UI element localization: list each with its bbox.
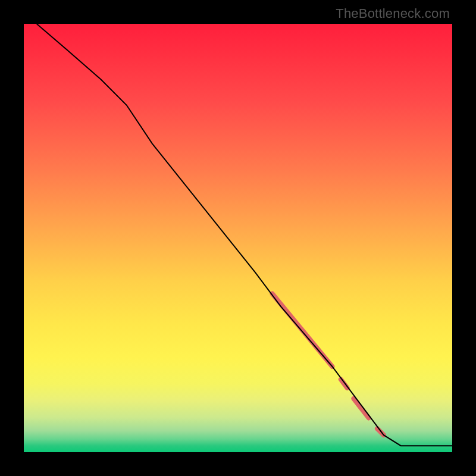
highlight-segment xyxy=(353,399,368,418)
chart-svg xyxy=(24,24,452,452)
series-line xyxy=(37,24,452,446)
highlight-layer xyxy=(273,294,384,436)
chart-stage: TheBottleneck.com xyxy=(0,0,476,476)
watermark-text: TheBottleneck.com xyxy=(336,6,450,21)
line-layer xyxy=(37,24,452,446)
plot-area xyxy=(24,24,452,452)
highlight-segment xyxy=(341,380,347,388)
